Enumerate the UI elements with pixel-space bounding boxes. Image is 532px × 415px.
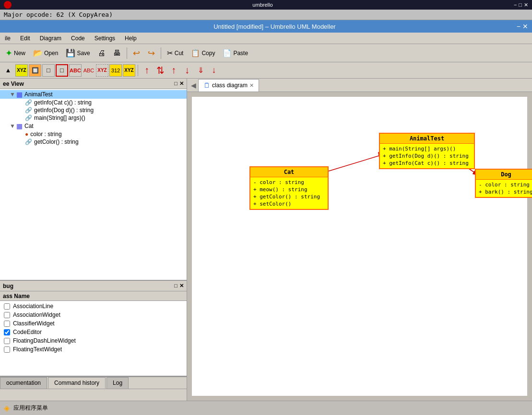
menu-settings[interactable]: Settings xyxy=(92,34,118,43)
paste-button[interactable]: 📄 Paste xyxy=(219,46,251,60)
tree-minimize-btn[interactable]: □ xyxy=(174,81,177,87)
canvas-area[interactable]: AnimalTest + main(String[] args)() + get… xyxy=(187,92,532,401)
tab-log[interactable]: Log xyxy=(106,377,129,389)
debug-check-codeeditor[interactable] xyxy=(4,329,10,335)
minimize-btn[interactable]: − xyxy=(514,1,517,9)
menu-file[interactable]: ile xyxy=(2,34,13,43)
dt-diamond-down[interactable]: ⇓ xyxy=(194,64,207,77)
dt-text[interactable]: ABC xyxy=(69,64,82,77)
save-icon: 💾 xyxy=(66,48,75,58)
tree-label-getinfo-dog: getInfo(Dog d)() : string xyxy=(34,107,94,114)
app-close-btn[interactable]: ✕ xyxy=(522,23,528,30)
debug-item-floatingtext[interactable]: FloatingTextWidget xyxy=(2,345,185,354)
menu-edit[interactable]: Edit xyxy=(17,34,33,43)
canvas-inner: AnimalTest + main(String[] args)() + get… xyxy=(192,97,527,396)
debug-item-associationline[interactable]: AssociationLine xyxy=(2,302,185,311)
tree-label-color: color : string xyxy=(30,131,61,138)
app-minimize-btn[interactable]: − xyxy=(517,23,520,30)
opcode-text: Major opcode: 62 (X CopyArea) xyxy=(4,11,113,18)
dt-sep-1 xyxy=(138,65,138,76)
dt-arrow-down[interactable]: ↓ xyxy=(181,64,193,77)
tree-item-getcolor[interactable]: 🔗 getColor() : string xyxy=(0,138,187,146)
cut-button[interactable]: ✂ Cut xyxy=(164,46,187,60)
canvas-tab-classdiagram[interactable]: 🗒 class diagram ✕ xyxy=(198,79,259,92)
copy-label: Copy xyxy=(201,50,215,57)
tree-close-btn[interactable]: ✕ xyxy=(179,81,184,87)
debug-item-floatingdash[interactable]: FloatingDashLineWidget xyxy=(2,336,185,345)
uml-class-cat[interactable]: Cat - color : string + meow() : string +… xyxy=(249,166,329,210)
debug-item-classifierwidget[interactable]: ClassifierWidget xyxy=(2,319,185,328)
opcode-bar: Major opcode: 62 (X CopyArea) xyxy=(0,10,532,20)
save-button[interactable]: 💾 Save xyxy=(62,46,93,60)
debug-check-associationwidget[interactable] xyxy=(4,312,10,318)
tree-view-title: ee View xyxy=(3,81,24,87)
canvas-panel: ◀ 🗒 class diagram ✕ xyxy=(187,79,532,401)
tree-view-controls[interactable]: □ ✕ xyxy=(174,81,184,87)
redo-button[interactable]: ↪ xyxy=(144,46,158,60)
arrow-cat-animaltest xyxy=(329,154,384,171)
new-button[interactable]: ✦ New xyxy=(2,46,29,60)
dt-class[interactable]: 🔲 xyxy=(29,64,41,77)
toolbar: ✦ New 📂 Open 💾 Save 🖨 🖶 ↩ ↪ ✂ Cut 📋 Copy… xyxy=(0,44,532,62)
tab-close-icon[interactable]: ✕ xyxy=(249,82,254,89)
print-button[interactable]: 🖨 xyxy=(95,46,109,60)
debug-check-associationline[interactable] xyxy=(4,303,10,310)
tab-documentation[interactable]: ocumentation xyxy=(0,377,47,389)
dt-text2[interactable]: ABC xyxy=(83,64,95,77)
tab-command-history[interactable]: Command history xyxy=(48,377,106,389)
new-icon: ✦ xyxy=(5,48,12,58)
save-label: Save xyxy=(77,50,90,57)
dt-arrow-down2[interactable]: ↓ xyxy=(208,64,220,77)
tree-item-getinfo-cat[interactable]: 🔗 getInfo(Cat c)() : string xyxy=(0,99,187,106)
debug-check-floatingdash[interactable] xyxy=(4,338,10,344)
toolbar-sep-1 xyxy=(127,47,127,59)
menu-help[interactable]: Help xyxy=(122,34,140,43)
tree-item-color[interactable]: ● color : string xyxy=(0,130,187,138)
debug-item-associationwidget[interactable]: AssociationWidget xyxy=(2,311,185,319)
tree-item-cat[interactable]: ▼ ▦ Cat xyxy=(0,122,187,130)
redo-icon: ↪ xyxy=(148,48,155,58)
paste-label: Paste xyxy=(233,50,248,57)
uml-class-animaltest[interactable]: AnimalTest + main(String[] args)() + get… xyxy=(379,133,475,169)
undo-button[interactable]: ↩ xyxy=(130,46,143,60)
dt-rect2[interactable]: □ xyxy=(56,64,68,77)
uml-class-dog[interactable]: Dog - color : string + bark() : string xyxy=(475,169,532,198)
debug-check-floatingtext[interactable] xyxy=(4,346,10,353)
tree-item-animaltest[interactable]: ▼ ▦ AnimalTest xyxy=(0,90,187,99)
app-title-bar: Untitled [modified] – Umbrello UML Model… xyxy=(0,20,532,33)
menu-bar: ile Edit Diagram Code Settings Help xyxy=(0,33,532,44)
tree-item-getinfo-dog[interactable]: 🔗 getInfo(Dog d)() : string xyxy=(0,106,187,114)
debug-close-btn[interactable]: ✕ xyxy=(179,283,184,289)
cut-label: Cut xyxy=(175,50,184,57)
tree-item-main[interactable]: 🔗 main(String[] args)() xyxy=(0,114,187,122)
op-icon-1: 🔗 xyxy=(25,99,32,106)
debug-check-classifierwidget[interactable] xyxy=(4,321,10,327)
close-btn[interactable]: ✕ xyxy=(524,1,528,9)
dt-rect[interactable]: □ xyxy=(42,64,55,77)
debug-title: bug xyxy=(3,283,13,289)
open-label: Open xyxy=(44,50,58,57)
dt-arrow-v[interactable]: ↑ xyxy=(141,64,153,77)
copy-button[interactable]: 📋 Copy xyxy=(188,46,218,60)
dt-arrow-up2[interactable]: ↑ xyxy=(167,64,180,77)
menu-diagram[interactable]: Diagram xyxy=(37,34,64,43)
dt-label[interactable]: XYZ xyxy=(96,64,108,77)
window-controls[interactable]: − □ ✕ xyxy=(514,1,528,9)
dt-cursor[interactable]: ▲ xyxy=(2,64,14,77)
debug-minimize-btn[interactable]: □ xyxy=(174,283,177,289)
dt-xyz[interactable]: XYZ xyxy=(15,64,28,77)
dt-box[interactable]: 312 xyxy=(109,64,122,77)
op-icon-3: 🔗 xyxy=(25,115,32,121)
tab-nav-left[interactable]: ◀ xyxy=(189,81,198,90)
dt-xyz2[interactable]: XYZ xyxy=(123,64,135,77)
open-button[interactable]: 📂 Open xyxy=(30,46,61,60)
debug-controls[interactable]: □ ✕ xyxy=(174,283,184,289)
debug-item-codeeditor[interactable]: CodeEditor xyxy=(2,328,185,336)
print2-button[interactable]: 🖶 xyxy=(110,46,124,60)
dt-arrow-up-down[interactable]: ⇅ xyxy=(154,64,166,77)
tree-view-header: ee View □ ✕ xyxy=(0,79,187,89)
canvas-tab-label: class diagram xyxy=(212,82,248,89)
app-title-controls[interactable]: − ✕ xyxy=(517,23,528,30)
menu-code[interactable]: Code xyxy=(68,34,88,43)
maximize-btn[interactable]: □ xyxy=(519,1,522,9)
